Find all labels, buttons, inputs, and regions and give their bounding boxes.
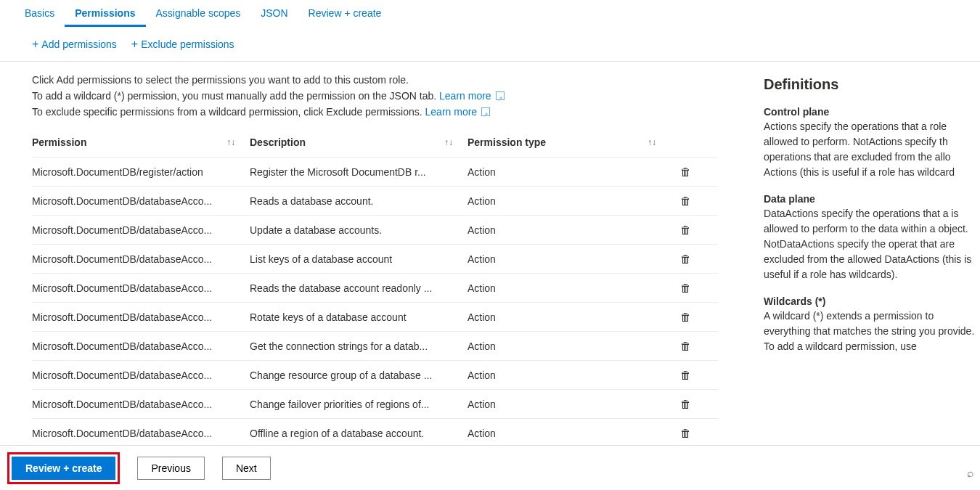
cell-type: Action — [467, 195, 671, 207]
exclude-permissions-button[interactable]: + Exclude permissions — [131, 38, 234, 51]
cell-description: Reads a database account. — [250, 195, 467, 207]
cell-permission: Microsoft.DocumentDB/databaseAcco... — [32, 195, 250, 207]
table-row: Microsoft.DocumentDB/databaseAcco...Rota… — [32, 303, 718, 332]
cell-description: Update a database accounts. — [250, 224, 467, 236]
cell-type: Action — [467, 224, 671, 236]
cell-permission: Microsoft.DocumentDB/databaseAcco... — [32, 224, 250, 236]
col-permission[interactable]: Permission — [32, 136, 86, 148]
cell-permission: Microsoft.DocumentDB/databaseAcco... — [32, 253, 250, 265]
delete-icon[interactable]: 🗑 — [680, 340, 691, 352]
def-data-plane-body: DataActions specify the operations that … — [764, 206, 980, 282]
delete-icon[interactable]: 🗑 — [680, 253, 691, 265]
delete-icon[interactable]: 🗑 — [680, 195, 691, 207]
cell-description: Register the Microsoft DocumentDB r... — [250, 166, 467, 178]
delete-icon[interactable]: 🗑 — [680, 369, 691, 381]
help-text: Click Add permissions to select the perm… — [32, 72, 755, 120]
delete-icon[interactable]: 🗑 — [680, 282, 691, 294]
review-create-button[interactable]: Review + create — [12, 457, 115, 480]
table-row: Microsoft.DocumentDB/databaseAcco...Read… — [32, 187, 718, 216]
cell-type: Action — [467, 253, 671, 265]
cell-description: Get the connection strings for a datab..… — [250, 340, 467, 352]
definitions-title: Definitions — [764, 76, 980, 93]
highlight-annotation: Review + create — [7, 452, 120, 484]
sort-icon[interactable]: ↑↓ — [648, 137, 656, 147]
delete-icon[interactable]: 🗑 — [680, 311, 691, 323]
cell-description: Rotate keys of a database account — [250, 311, 467, 323]
def-wildcards-body: A wildcard (*) extends a permission to e… — [764, 309, 980, 354]
cell-description: Change failover priorities of regions of… — [250, 399, 467, 410]
delete-icon[interactable]: 🗑 — [680, 427, 691, 439]
exclude-permissions-label: Exclude permissions — [141, 38, 234, 50]
cell-type: Action — [467, 340, 671, 352]
def-control-plane-body: Actions specify the operations that a ro… — [764, 119, 980, 180]
cell-description: Offline a region of a database account. — [250, 428, 467, 439]
table-row: Microsoft.DocumentDB/databaseAcco...Chan… — [32, 390, 718, 419]
table-row: Microsoft.DocumentDB/databaseAcco...Upda… — [32, 216, 718, 245]
add-permissions-button[interactable]: + Add permissions — [32, 38, 117, 51]
cell-permission: Microsoft.DocumentDB/databaseAcco... — [32, 399, 250, 410]
external-link-icon — [496, 91, 505, 100]
learn-more-exclude-link[interactable]: Learn more — [425, 106, 478, 118]
tab-assignable-scopes[interactable]: Assignable scopes — [146, 1, 251, 27]
tab-json[interactable]: JSON — [250, 1, 298, 27]
cell-permission: Microsoft.DocumentDB/databaseAcco... — [32, 428, 250, 439]
next-button[interactable]: Next — [222, 457, 271, 480]
toolbar: + Add permissions + Exclude permissions — [0, 28, 980, 61]
table-row: Microsoft.DocumentDB/databaseAcco...Read… — [32, 274, 718, 303]
tabs-bar: Basics Permissions Assignable scopes JSO… — [0, 0, 980, 28]
tab-permissions[interactable]: Permissions — [65, 1, 145, 27]
tab-basics[interactable]: Basics — [15, 1, 65, 27]
plus-icon: + — [32, 38, 38, 51]
cell-permission: Microsoft.DocumentDB/register/action — [32, 166, 250, 178]
cell-permission: Microsoft.DocumentDB/databaseAcco... — [32, 311, 250, 323]
cell-permission: Microsoft.DocumentDB/databaseAcco... — [32, 369, 250, 381]
table-row: Microsoft.DocumentDB/databaseAcco...Get … — [32, 332, 718, 361]
add-permissions-label: Add permissions — [41, 38, 117, 50]
cell-permission: Microsoft.DocumentDB/databaseAcco... — [32, 282, 250, 294]
delete-icon[interactable]: 🗑 — [680, 398, 691, 410]
definitions-panel: Definitions Control plane Actions specif… — [755, 62, 980, 448]
cell-type: Action — [467, 311, 671, 323]
def-control-plane-title: Control plane — [764, 106, 980, 118]
footer-bar: Review + create Previous Next — [0, 445, 980, 490]
def-wildcards-title: Wildcards (*) — [764, 295, 980, 307]
table-row: Microsoft.DocumentDB/databaseAcco...Offl… — [32, 419, 718, 448]
cell-type: Action — [467, 282, 671, 294]
plus-icon: + — [131, 38, 138, 51]
table-row: Microsoft.DocumentDB/databaseAcco...List… — [32, 245, 718, 274]
sort-icon[interactable]: ↑↓ — [444, 137, 453, 147]
help-line2: To add a wildcard (*) permission, you mu… — [32, 90, 439, 102]
cell-type: Action — [467, 369, 671, 381]
tab-review-create[interactable]: Review + create — [298, 1, 392, 27]
permissions-table: Permission ↑↓ Description ↑↓ Permission … — [32, 127, 718, 448]
table-row: Microsoft.DocumentDB/register/actionRegi… — [32, 158, 718, 187]
delete-icon[interactable]: 🗑 — [680, 224, 691, 236]
sort-icon[interactable]: ↑↓ — [226, 137, 235, 147]
cell-type: Action — [467, 399, 671, 410]
previous-button[interactable]: Previous — [137, 457, 204, 480]
col-description[interactable]: Description — [250, 136, 306, 148]
help-line3: To exclude specific permissions from a w… — [32, 106, 425, 118]
help-line1: Click Add permissions to select the perm… — [32, 72, 755, 88]
external-link-icon — [481, 107, 490, 116]
table-row: Microsoft.DocumentDB/databaseAcco...Chan… — [32, 361, 718, 390]
cell-type: Action — [467, 428, 671, 439]
search-icon[interactable]: ⌕ — [967, 467, 974, 480]
delete-icon[interactable]: 🗑 — [680, 166, 691, 178]
cell-description: Reads the database account readonly ... — [250, 282, 467, 294]
def-data-plane-title: Data plane — [764, 193, 980, 205]
cell-description: Change resource group of a database ... — [250, 369, 467, 381]
cell-description: List keys of a database account — [250, 253, 467, 265]
col-type[interactable]: Permission type — [467, 136, 546, 148]
cell-permission: Microsoft.DocumentDB/databaseAcco... — [32, 340, 250, 352]
learn-more-wildcard-link[interactable]: Learn more — [439, 90, 491, 102]
cell-type: Action — [467, 166, 671, 178]
